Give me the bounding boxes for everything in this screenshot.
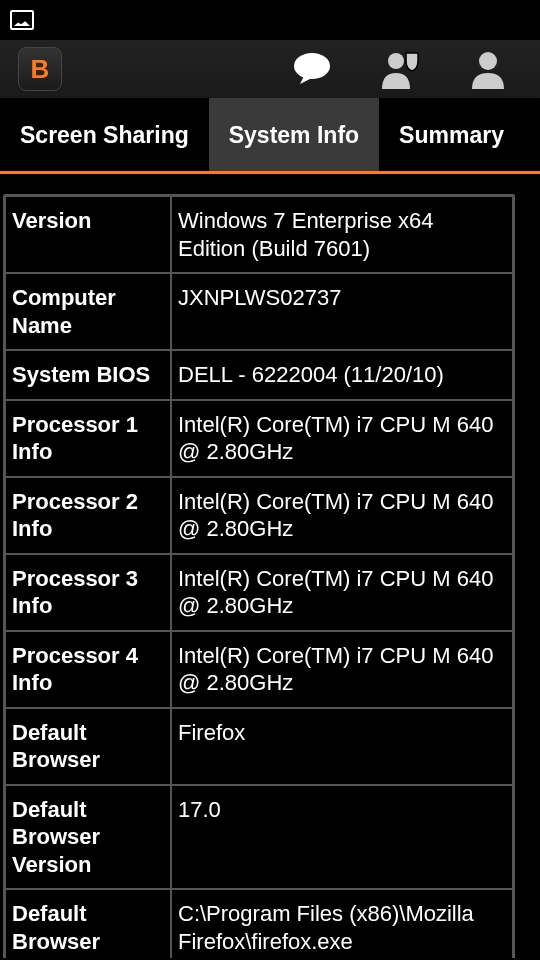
- row-value: JXNPLWS02737: [172, 274, 512, 349]
- row-label: Processor 4 Info: [6, 632, 172, 707]
- chat-icon[interactable]: [278, 52, 346, 86]
- image-icon: [10, 10, 34, 30]
- system-info-table: VersionWindows 7 Enterprise x64 Edition …: [3, 194, 515, 958]
- row-label: Processor 3 Info: [6, 555, 172, 630]
- tab-screen-sharing[interactable]: Screen Sharing: [0, 98, 209, 171]
- row-label: Processor 2 Info: [6, 478, 172, 553]
- row-value: Firefox: [172, 709, 512, 784]
- table-row: Processor 4 InfoIntel(R) Core(TM) i7 CPU…: [6, 632, 512, 709]
- user-shield-icon[interactable]: [366, 49, 434, 89]
- table-row: Default Browser Version17.0: [6, 786, 512, 891]
- svg-point-2: [479, 52, 497, 70]
- row-value: Intel(R) Core(TM) i7 CPU M 640 @ 2.80GHz: [172, 478, 512, 553]
- content-area: VersionWindows 7 Enterprise x64 Edition …: [0, 174, 540, 958]
- app-icon[interactable]: B: [18, 47, 62, 91]
- row-value: Intel(R) Core(TM) i7 CPU M 640 @ 2.80GHz: [172, 401, 512, 476]
- row-label: Version: [6, 197, 172, 272]
- row-value: C:\Program Files (x86)\Mozilla Firefox\f…: [172, 890, 512, 958]
- svg-point-1: [388, 53, 404, 69]
- table-row: Processor 2 InfoIntel(R) Core(TM) i7 CPU…: [6, 478, 512, 555]
- tab-summary[interactable]: Summary: [379, 98, 524, 171]
- tabs: Screen Sharing System Info Summary: [0, 98, 540, 174]
- row-value: Intel(R) Core(TM) i7 CPU M 640 @ 2.80GHz: [172, 555, 512, 630]
- row-value: Windows 7 Enterprise x64 Edition (Build …: [172, 197, 512, 272]
- row-label: Processor 1 Info: [6, 401, 172, 476]
- row-label: Default Browser: [6, 709, 172, 784]
- row-label: Default Browser Version: [6, 786, 172, 889]
- status-bar: [0, 0, 540, 40]
- table-row: Default Browser LocationC:\Program Files…: [6, 890, 512, 958]
- svg-point-0: [294, 53, 330, 79]
- row-label: Computer Name: [6, 274, 172, 349]
- table-row: Processor 3 InfoIntel(R) Core(TM) i7 CPU…: [6, 555, 512, 632]
- table-row: System BIOSDELL - 6222004 (11/20/10): [6, 351, 512, 401]
- row-value: 17.0: [172, 786, 512, 889]
- table-row: Processor 1 InfoIntel(R) Core(TM) i7 CPU…: [6, 401, 512, 478]
- row-label: Default Browser Location: [6, 890, 172, 958]
- table-row: VersionWindows 7 Enterprise x64 Edition …: [6, 197, 512, 274]
- row-value: Intel(R) Core(TM) i7 CPU M 640 @ 2.80GHz: [172, 632, 512, 707]
- table-row: Default BrowserFirefox: [6, 709, 512, 786]
- user-icon[interactable]: [454, 49, 522, 89]
- table-row: Computer NameJXNPLWS02737: [6, 274, 512, 351]
- header-bar: B: [0, 40, 540, 98]
- tab-system-info[interactable]: System Info: [209, 98, 379, 171]
- row-label: System BIOS: [6, 351, 172, 399]
- row-value: DELL - 6222004 (11/20/10): [172, 351, 512, 399]
